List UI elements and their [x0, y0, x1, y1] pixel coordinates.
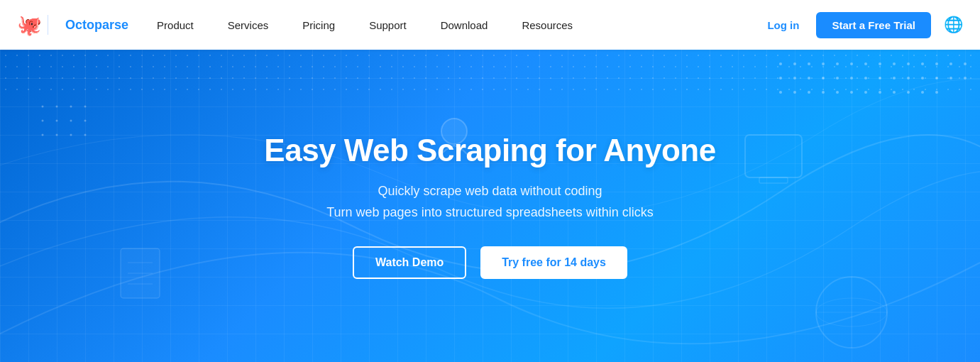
svg-point-35 [879, 91, 881, 94]
svg-point-24 [921, 77, 924, 79]
svg-point-28 [779, 91, 782, 94]
svg-point-26 [949, 77, 952, 79]
svg-point-12 [836, 77, 839, 79]
svg-point-27 [964, 77, 967, 79]
svg-point-19 [935, 62, 938, 65]
svg-point-10 [808, 77, 810, 79]
svg-point-39 [935, 91, 938, 94]
nav-support[interactable]: Support [352, 0, 424, 50]
try-free-button[interactable]: Try free for 14 days [480, 246, 627, 279]
logo-icon: 🐙 [17, 13, 42, 37]
svg-point-7 [879, 62, 881, 65]
svg-rect-59 [121, 248, 160, 298]
svg-point-51 [84, 134, 87, 136]
svg-point-3 [822, 62, 825, 65]
svg-point-50 [70, 134, 72, 136]
svg-point-29 [793, 91, 796, 94]
svg-point-18 [921, 62, 924, 65]
svg-point-25 [935, 77, 938, 79]
hero-subtitle: Quickly scrape web data without coding T… [326, 181, 654, 223]
svg-point-32 [836, 91, 839, 94]
svg-point-22 [893, 77, 896, 79]
logo-divider [48, 15, 48, 35]
svg-point-33 [850, 91, 853, 94]
logo-link[interactable]: 🐙 Octoparse [17, 13, 128, 37]
svg-point-0 [779, 62, 782, 65]
svg-point-14 [864, 77, 867, 79]
svg-point-13 [850, 77, 853, 79]
nav-links: Product Services Pricing Support Downloa… [140, 0, 759, 50]
svg-point-42 [70, 106, 72, 108]
svg-point-23 [907, 77, 910, 79]
svg-point-34 [864, 91, 867, 94]
hero-section: Easy Web Scraping for Anyone Quickly scr… [0, 50, 980, 362]
navbar: 🐙 Octoparse Product Services Pricing Sup… [0, 0, 980, 50]
svg-point-31 [822, 91, 825, 94]
svg-point-21 [964, 62, 967, 65]
svg-point-45 [56, 120, 58, 122]
svg-point-8 [779, 77, 782, 79]
svg-point-54 [816, 277, 887, 348]
svg-point-37 [907, 91, 910, 94]
start-trial-button[interactable]: Start a Free Trial [816, 12, 931, 38]
svg-point-46 [70, 120, 72, 122]
nav-download[interactable]: Download [424, 0, 505, 50]
svg-point-44 [42, 120, 44, 122]
svg-point-1 [793, 62, 796, 65]
svg-point-38 [921, 91, 924, 94]
nav-product[interactable]: Product [140, 0, 211, 50]
hero-title: Easy Web Scraping for Anyone [264, 133, 715, 168]
nav-resources[interactable]: Resources [505, 0, 590, 50]
hero-subtitle-line1: Quickly scrape web data without coding [326, 181, 654, 202]
svg-point-5 [850, 62, 853, 65]
hero-bg-dots [0, 50, 980, 92]
login-button[interactable]: Log in [759, 13, 808, 37]
svg-point-20 [949, 62, 952, 65]
nav-services[interactable]: Services [211, 0, 286, 50]
svg-point-36 [893, 91, 896, 94]
navbar-actions: Log in Start a Free Trial 🌐 [759, 12, 963, 38]
svg-point-16 [893, 62, 896, 65]
svg-point-43 [84, 106, 87, 108]
svg-point-17 [907, 62, 910, 65]
hero-buttons: Watch Demo Try free for 14 days [353, 246, 627, 279]
svg-point-47 [84, 120, 87, 122]
svg-point-11 [822, 77, 825, 79]
svg-point-55 [816, 298, 887, 327]
svg-point-9 [793, 77, 796, 79]
svg-point-15 [879, 77, 881, 79]
svg-point-49 [56, 134, 58, 136]
hero-subtitle-line2: Turn web pages into structured spreadshe… [326, 202, 654, 224]
brand-name: Octoparse [65, 18, 128, 33]
svg-rect-53 [759, 177, 788, 183]
language-icon[interactable]: 🌐 [944, 16, 963, 34]
svg-rect-52 [745, 135, 802, 177]
svg-point-41 [56, 106, 58, 108]
nav-pricing[interactable]: Pricing [285, 0, 352, 50]
watch-demo-button[interactable]: Watch Demo [353, 246, 466, 279]
svg-point-48 [42, 134, 44, 136]
svg-point-2 [808, 62, 810, 65]
svg-point-6 [864, 62, 867, 65]
svg-point-4 [836, 62, 839, 65]
hero-content: Easy Web Scraping for Anyone Quickly scr… [264, 133, 715, 278]
svg-point-40 [42, 106, 44, 108]
svg-point-30 [808, 91, 810, 94]
